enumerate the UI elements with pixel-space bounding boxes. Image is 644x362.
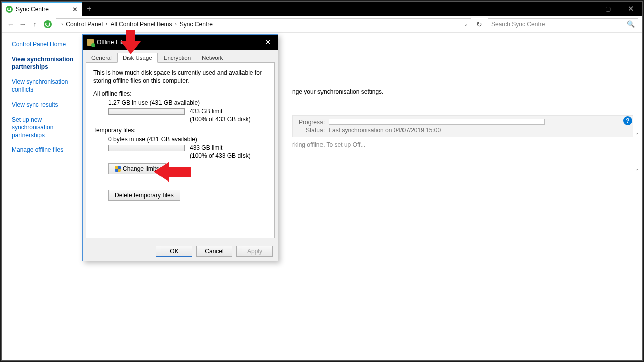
offline-files-icon: [87, 39, 94, 46]
nav-back-button[interactable]: ←: [6, 20, 16, 28]
uac-shield-icon: [115, 166, 121, 172]
dialog-tabs: General Disk Usage Encryption Network: [83, 50, 278, 63]
temp-files-limit: 433 GB limit: [190, 144, 222, 151]
sidebar-link-conflicts[interactable]: View synchronisation conflicts: [12, 78, 82, 94]
tab-general[interactable]: General: [86, 53, 117, 63]
breadcrumb-bar[interactable]: › Control Panel › All Control Panel Item…: [56, 18, 471, 30]
search-icon: 🔍: [627, 20, 635, 28]
control-panel-home-link[interactable]: Control Panel Home: [12, 41, 82, 49]
sidebar-link-setup[interactable]: Set up new synchronisation partnerships: [12, 116, 82, 140]
temp-files-usage: 0 bytes in use (431 GB available): [108, 136, 267, 143]
breadcrumb-dropdown[interactable]: ⌄: [464, 21, 468, 27]
sync-heading-fragment: nge your synchronisation settings.: [292, 88, 633, 95]
status-value: Last synchronisation on 04/07/2019 15:00: [329, 127, 627, 134]
delete-temp-button[interactable]: Delete temporary files: [108, 190, 180, 201]
nav-up-button[interactable]: ↑: [30, 20, 40, 28]
breadcrumb-item[interactable]: Control Panel: [66, 21, 103, 28]
help-icon[interactable]: ?: [623, 116, 632, 125]
dialog-titlebar[interactable]: Offline Files ✕: [83, 35, 278, 50]
progress-bar: [329, 119, 545, 125]
dialog-close-button[interactable]: ✕: [262, 38, 274, 47]
cancel-button[interactable]: Cancel: [196, 246, 232, 257]
status-label: Status:: [299, 127, 325, 134]
new-tab-button[interactable]: +: [82, 2, 96, 16]
all-offline-usage: 1.27 GB in use (431 GB available): [108, 99, 267, 106]
breadcrumb-item[interactable]: Sync Centre: [180, 21, 213, 28]
temp-files-label: Temporary files:: [93, 127, 267, 134]
breadcrumb-item[interactable]: All Control Panel Items: [110, 21, 172, 28]
ok-button[interactable]: OK: [156, 246, 192, 257]
sidebar-link-results[interactable]: View sync results: [12, 101, 82, 109]
all-offline-percent: (100% of 433 GB disk): [190, 116, 267, 123]
window-close-button[interactable]: ✕: [619, 2, 642, 16]
tab-title: Sync Centre: [16, 6, 49, 13]
sync-icon: [6, 6, 13, 13]
annotation-arrow-left: [154, 162, 191, 182]
sync-icon: [44, 20, 52, 28]
search-input[interactable]: Search Sync Centre 🔍: [488, 18, 638, 30]
sidebar: Control Panel Home View synchronisation …: [2, 33, 87, 360]
annotation-arrow-down: [121, 30, 141, 55]
temp-files-bar: [108, 145, 185, 151]
nav-forward-button[interactable]: →: [18, 20, 28, 28]
browser-tab[interactable]: Sync Centre ✕: [2, 2, 82, 16]
collapse-icon[interactable]: ⌃: [635, 168, 639, 174]
apply-button[interactable]: Apply: [236, 246, 273, 257]
sidebar-link-manage-offline[interactable]: Manage offline files: [12, 146, 82, 154]
minimize-button[interactable]: —: [573, 2, 596, 16]
window-titlebar: Sync Centre ✕ + — ▢ ✕: [2, 2, 642, 16]
offline-text-fragment: rking offline. To set up Off...: [292, 141, 633, 148]
progress-label: Progress:: [299, 119, 325, 126]
search-placeholder: Search Sync Centre: [491, 21, 545, 28]
collapse-icon[interactable]: ⌃: [635, 132, 639, 138]
refresh-button[interactable]: ↻: [473, 20, 486, 28]
navigation-toolbar: ← → ↑ › Control Panel › All Control Pane…: [2, 16, 642, 33]
temp-files-percent: (100% of 433 GB disk): [190, 152, 267, 159]
offline-files-dialog: Offline Files ✕ General Disk Usage Encry…: [82, 34, 278, 261]
all-offline-bar: [108, 108, 185, 115]
tab-encryption[interactable]: Encryption: [158, 53, 196, 63]
sidebar-link-view-partnerships[interactable]: View synchronisation partnerships: [12, 56, 82, 71]
dialog-description: This is how much disk space is currently…: [93, 69, 267, 85]
all-offline-label: All offline files:: [93, 90, 267, 97]
tab-close-button[interactable]: ✕: [72, 6, 78, 13]
all-offline-limit: 433 GB limit: [190, 108, 222, 115]
tab-network[interactable]: Network: [196, 53, 228, 63]
maximize-button[interactable]: ▢: [596, 2, 619, 16]
